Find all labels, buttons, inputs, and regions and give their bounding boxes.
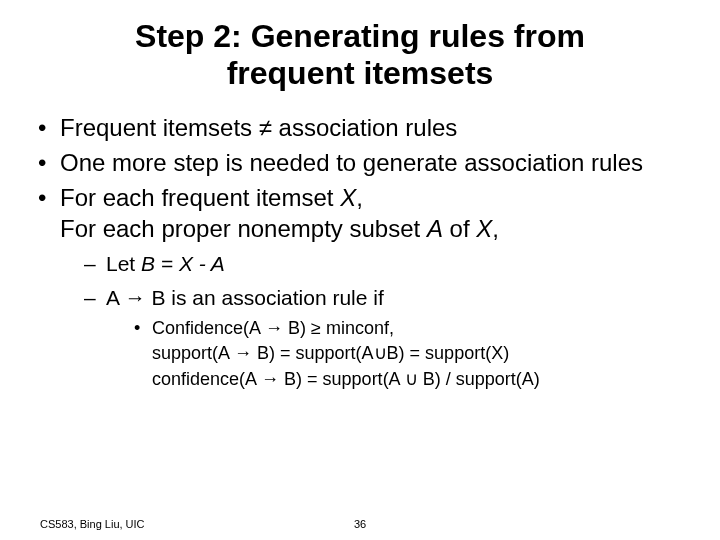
bullet-continuation: For each proper nonempty subset A of X, bbox=[60, 213, 692, 244]
bullet-text: For each proper nonempty subset bbox=[60, 215, 427, 242]
italic-var: X bbox=[340, 184, 356, 211]
bullet-text: One more step is needed to generate asso… bbox=[60, 149, 643, 176]
sub-item: A → B is an association rule if Confiden… bbox=[84, 284, 692, 391]
bullet-list-level3: Confidence(A → B) ≥ minconf, support(A →… bbox=[106, 317, 692, 391]
bullet-item: For each frequent itemset X, For each pr… bbox=[34, 182, 692, 391]
subsub-text: support(A → B) = support(A∪B) = support(… bbox=[152, 343, 509, 363]
italic-var: A bbox=[427, 215, 443, 242]
italic-var: X bbox=[476, 215, 492, 242]
footer-left: CS583, Bing Liu, UIC bbox=[40, 518, 145, 530]
subsub-text: Confidence(A → B) ≥ minconf, bbox=[152, 318, 394, 338]
bullet-text: of bbox=[443, 215, 476, 242]
bullet-item: Frequent itemsets ≠ association rules bbox=[34, 112, 692, 143]
bullet-item: One more step is needed to generate asso… bbox=[34, 147, 692, 178]
subsub-text: confidence(A → B) = support(A ∪ B) / sup… bbox=[152, 369, 540, 389]
bullet-text: Frequent itemsets ≠ association rules bbox=[60, 114, 457, 141]
sub-text: Let bbox=[106, 252, 141, 275]
bullet-text: , bbox=[356, 184, 363, 211]
bullet-list-level2: Let B = X - A A → B is an association ru… bbox=[60, 250, 692, 391]
bullet-text: , bbox=[492, 215, 499, 242]
slide-title: Step 2: Generating rules from frequent i… bbox=[68, 18, 652, 92]
bullet-text: For each frequent itemset bbox=[60, 184, 340, 211]
sub-text: A → B is an association rule if bbox=[106, 286, 384, 309]
slide: Step 2: Generating rules from frequent i… bbox=[0, 0, 720, 540]
footer-page-number: 36 bbox=[354, 518, 366, 530]
italic-expr: B = X - A bbox=[141, 252, 225, 275]
subsub-item: Confidence(A → B) ≥ minconf, bbox=[134, 317, 692, 340]
bullet-list-level1: Frequent itemsets ≠ association rules On… bbox=[28, 112, 692, 392]
sub-item: Let B = X - A bbox=[84, 250, 692, 277]
subsub-item: support(A → B) = support(A∪B) = support(… bbox=[134, 342, 692, 365]
subsub-item: confidence(A → B) = support(A ∪ B) / sup… bbox=[134, 368, 692, 391]
